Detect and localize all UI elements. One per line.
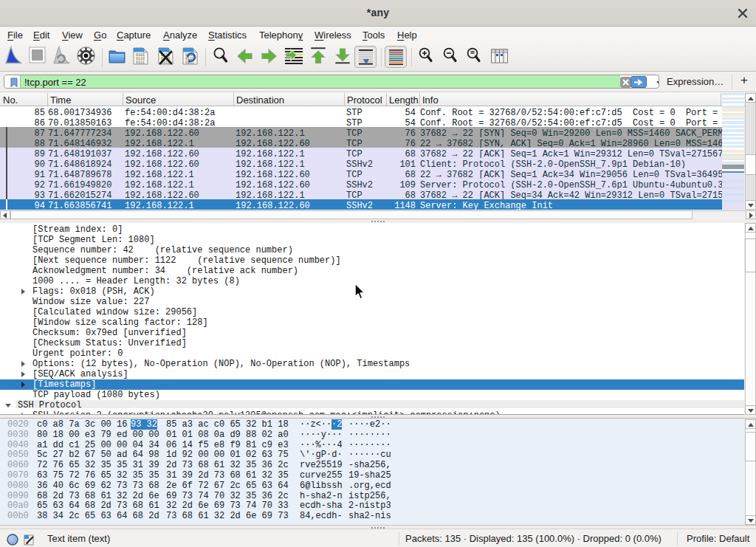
svg-text:0111: 0111 (136, 61, 145, 65)
